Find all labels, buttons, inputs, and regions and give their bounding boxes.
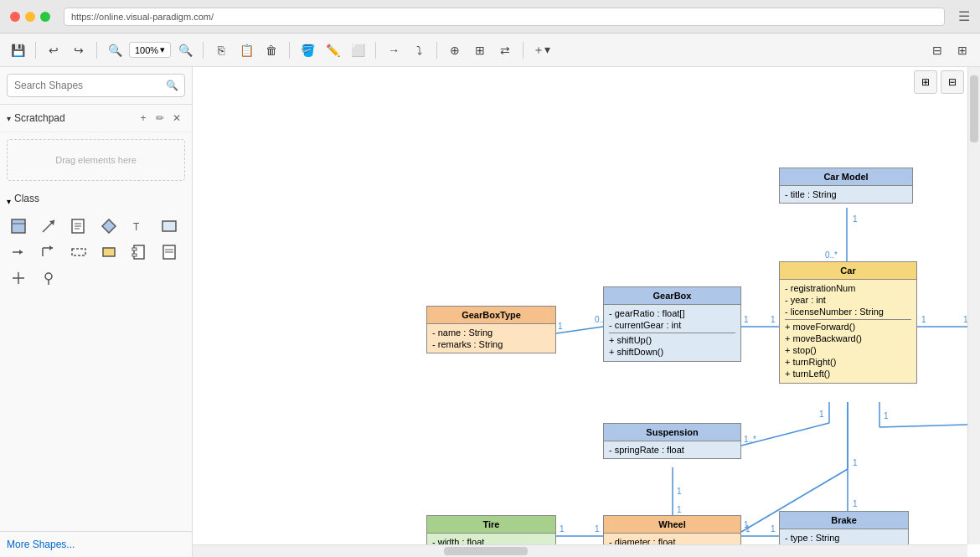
shape-rect[interactable]	[97, 240, 121, 264]
scratchpad-drop-area: Drag elements here	[7, 139, 185, 181]
canvas-inner: 1 0..* 1 1 0..* 1 1 1 1 1..*	[193, 67, 980, 557]
divider	[523, 42, 524, 59]
attr-remarks: - remarks : String	[432, 338, 550, 350]
svg-text:1: 1	[819, 410, 824, 419]
fullscreen-button[interactable]: ⊞	[952, 39, 973, 61]
divider	[203, 42, 204, 59]
zoom-level[interactable]: 100% ▾	[129, 42, 171, 58]
attr-year: - year : int	[785, 294, 911, 306]
attr-gearratio: - gearRatio : float[]	[609, 307, 735, 319]
svg-line-41	[741, 423, 829, 446]
paste-button[interactable]: 📋	[235, 39, 257, 61]
class-header-wheel: Wheel	[604, 516, 740, 534]
delete-button[interactable]: 🗑	[260, 39, 282, 61]
svg-rect-18	[134, 245, 144, 259]
attr-currentgear: - currentGear : int	[609, 319, 735, 331]
attr-license: - licenseNumber : String	[785, 306, 911, 317]
shape-document[interactable]	[157, 240, 181, 264]
shape-note[interactable]	[67, 214, 90, 238]
shape-button[interactable]: ⬜	[347, 39, 369, 61]
scratchpad-close-icon[interactable]: ✕	[168, 110, 185, 126]
svg-text:1: 1	[560, 524, 565, 534]
shape-diamond[interactable]	[97, 214, 121, 238]
car-methods: + moveForward() + moveBackward() + stop(…	[785, 319, 911, 380]
save-button[interactable]: 💾	[7, 39, 28, 61]
connector-button[interactable]: →	[383, 39, 405, 61]
svg-marker-8	[102, 219, 116, 233]
svg-text:1: 1	[677, 505, 682, 514]
svg-text:1: 1	[677, 487, 682, 496]
redo-button[interactable]: ↪	[68, 39, 90, 61]
fill-button[interactable]: 🪣	[297, 39, 318, 61]
svg-rect-19	[132, 248, 137, 250]
search-area: 🔍	[0, 67, 192, 105]
hamburger-menu[interactable]: ☰	[958, 8, 970, 24]
svg-rect-17	[103, 248, 115, 256]
scroll-thumb-horizontal[interactable]	[444, 547, 528, 555]
svg-text:0..*: 0..*	[825, 250, 838, 260]
class-header-car: Car	[780, 262, 916, 280]
horizontal-scrollbar[interactable]	[193, 544, 967, 557]
shape-arrow-corner[interactable]	[37, 240, 60, 264]
class-section: ▾ Class T	[0, 188, 192, 531]
uml-class-car-model[interactable]: Car Model - title : String	[779, 168, 913, 204]
add-button[interactable]: ＋▾	[530, 39, 552, 61]
stroke-button[interactable]: ✏️	[322, 39, 343, 61]
svg-rect-10	[162, 221, 176, 231]
svg-text:1..*: 1..*	[744, 435, 756, 444]
shape-class[interactable]	[7, 214, 30, 238]
svg-marker-12	[19, 250, 23, 255]
url-bar[interactable]: https://online.visual-paradigm.com/	[64, 8, 945, 26]
scratchpad-edit-icon[interactable]: ✏	[152, 110, 168, 126]
align-button[interactable]: ⊞	[469, 39, 491, 61]
canvas-area[interactable]: 1 0..* 1 1 0..* 1 1 1 1 1..*	[193, 67, 980, 557]
class-body-car: - registrationNum - year : int - license…	[780, 280, 916, 383]
svg-rect-16	[72, 249, 85, 255]
uml-class-suspension[interactable]: Suspension - springRate : float	[603, 423, 741, 459]
waypoint-button[interactable]: ⤵	[408, 39, 430, 61]
scroll-thumb-vertical[interactable]	[970, 75, 978, 142]
shape-expand[interactable]	[7, 266, 30, 290]
maximize-button[interactable]	[40, 12, 50, 22]
class-header-tire: Tire	[427, 516, 555, 534]
gearbox-methods: + shiftUp() + shiftDown()	[609, 333, 735, 358]
scratchpad-add-icon[interactable]: +	[135, 110, 152, 126]
uml-class-car[interactable]: Car - registrationNum - year : int - lic…	[779, 261, 917, 384]
svg-text:1: 1	[744, 520, 749, 529]
more-shapes-link[interactable]: More Shapes...	[7, 539, 75, 550]
svg-line-45	[879, 423, 980, 427]
arrange-button[interactable]: ⇄	[494, 39, 516, 61]
search-input[interactable]	[7, 74, 185, 97]
shape-dependency[interactable]	[37, 214, 60, 238]
class-body-car-model: - title : String	[780, 186, 912, 203]
svg-text:1: 1	[771, 524, 776, 534]
copy-button[interactable]: ⎘	[210, 39, 232, 61]
scratchpad-arrow[interactable]: ▾	[7, 114, 11, 123]
shape-more[interactable]	[157, 214, 181, 238]
left-sidebar: 🔍 ▾ Scratchpad + ✏ ✕ Drag elements here …	[0, 67, 193, 557]
zoom-value: 100%	[135, 45, 158, 55]
panel-icon[interactable]: ⊟	[941, 70, 964, 94]
undo-button[interactable]: ↩	[43, 39, 64, 61]
attr-title-string: - title : String	[785, 188, 907, 200]
uml-class-gearboxtype[interactable]: GearBoxType - name : String - remarks : …	[426, 306, 556, 353]
zoom-in-button[interactable]: 🔍	[174, 39, 196, 61]
close-button[interactable]	[10, 12, 20, 22]
shape-dots[interactable]	[67, 240, 90, 264]
svg-line-34	[556, 327, 603, 333]
shape-pin[interactable]	[37, 266, 60, 290]
group-button[interactable]: ⊕	[444, 39, 466, 61]
class-arrow[interactable]: ▾	[7, 197, 11, 206]
shape-component[interactable]	[127, 240, 151, 264]
divider	[436, 42, 437, 59]
uml-class-gearbox[interactable]: GearBox - gearRatio : float[] - currentG…	[603, 286, 741, 362]
zoom-out-button[interactable]: 🔍	[104, 39, 126, 61]
grid-icon[interactable]: ⊞	[914, 70, 937, 94]
minimize-button[interactable]	[25, 12, 35, 22]
canvas-top-icons: ⊞ ⊟	[910, 67, 967, 97]
scratchpad-label: Scratchpad	[14, 112, 135, 124]
panel-toggle[interactable]: ⊟	[926, 39, 948, 61]
shape-text[interactable]: T	[127, 214, 151, 238]
shape-arrow-right[interactable]	[7, 240, 30, 264]
vertical-scrollbar[interactable]	[967, 67, 980, 544]
